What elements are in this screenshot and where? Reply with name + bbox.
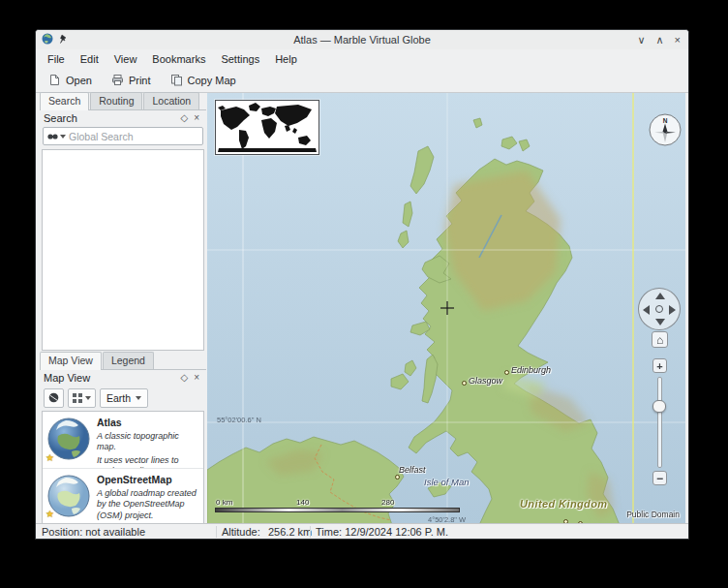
edinburgh-city-marker[interactable]: [504, 370, 509, 375]
menu-edit[interactable]: Edit: [73, 51, 106, 67]
pan-down-icon[interactable]: [655, 319, 665, 325]
zoom-slider-track[interactable]: [657, 377, 662, 468]
map-canvas[interactable]: N ⌂ + − 0 km 140 280: [207, 93, 685, 525]
grid-view-icon: [73, 389, 82, 407]
menu-settings[interactable]: Settings: [213, 51, 267, 67]
tab-map-view[interactable]: Map View: [40, 352, 102, 370]
chevron-down-icon: [136, 396, 141, 400]
map-theme-description: It uses vector lines to mark coastlines,…: [97, 455, 199, 468]
float-dock-icon[interactable]: ◇: [177, 113, 191, 123]
celestial-body-select[interactable]: Earth: [100, 388, 148, 408]
edinburgh-label: Edinburgh: [511, 365, 551, 375]
zoom-in-button[interactable]: +: [652, 358, 667, 373]
status-altitude-label: Altitude:: [222, 526, 260, 538]
titlebar[interactable]: Atlas — Marble Virtual Globe ∨ ∧ ×: [36, 30, 688, 49]
scale-end-label: 280: [381, 498, 394, 507]
united-kingdom-label: United Kingdom: [520, 498, 608, 510]
pan-center-icon[interactable]: [655, 305, 663, 313]
latitude-label: 55°02'00.6" N: [217, 416, 261, 424]
menu-help[interactable]: Help: [267, 51, 305, 67]
glasgow-label: Glasgow: [469, 376, 502, 386]
belfast-city-marker[interactable]: [395, 475, 400, 480]
menu-bookmarks[interactable]: Bookmarks: [144, 51, 213, 67]
rating-star-icon: ★: [46, 509, 54, 519]
global-search-field[interactable]: [43, 127, 203, 145]
celestial-body-value: Earth: [106, 392, 131, 404]
copy-map-button[interactable]: Copy Map: [164, 71, 243, 89]
statusbar: Position: not available Altitude: 256.2 …: [36, 523, 688, 539]
statusbar-divider: [310, 526, 311, 538]
mapview-controls: Earth: [40, 386, 206, 411]
printer-icon: [111, 74, 124, 86]
tab-location[interactable]: Location: [143, 92, 199, 109]
app-window: Atlas — Marble Virtual Globe ∨ ∧ × File …: [35, 29, 689, 540]
print-button-label: Print: [129, 75, 151, 86]
isle-of-man-label: Isle of Man: [424, 477, 469, 487]
rating-star-icon: ★: [46, 452, 54, 463]
status-time: Time: 12/9/2024 12:06 P. M.: [316, 526, 448, 538]
belfast-label: Belfast: [399, 465, 426, 475]
scale-bar-gradient: [215, 508, 460, 512]
maximize-button[interactable]: ∧: [656, 35, 664, 46]
compass-rose[interactable]: N: [649, 113, 682, 146]
statusbar-divider: [216, 526, 217, 538]
projection-button[interactable]: [44, 388, 64, 408]
map-theme-item-atlas[interactable]: ★ Atlas A classic topographic map. It us…: [43, 412, 203, 468]
map-theme-tagline: A classic topographic map.: [97, 431, 199, 453]
overview-world-map[interactable]: [215, 100, 319, 155]
sidebar-top-tabs: Search Routing Location: [40, 93, 206, 110]
search-results-list: [42, 149, 204, 351]
sidebar: Search Routing Location Search ◇ × Map V…: [40, 93, 206, 525]
view-mode-dropdown[interactable]: [68, 388, 96, 408]
menubar: File Edit View Bookmarks Settings Help: [36, 49, 688, 68]
search-provider-icon[interactable]: [47, 133, 66, 140]
pan-left-icon[interactable]: [643, 305, 650, 315]
status-altitude-value: 256.2 km: [268, 526, 312, 538]
tab-search[interactable]: Search: [40, 92, 89, 110]
glasgow-city-marker[interactable]: [462, 381, 467, 386]
marble-globe-icon: [42, 31, 53, 48]
pan-up-icon[interactable]: [655, 293, 665, 299]
print-button[interactable]: Print: [105, 71, 158, 89]
close-dock-icon[interactable]: ×: [191, 113, 202, 123]
mapview-dock-header: Map View ◇ ×: [40, 370, 206, 386]
chevron-down-icon: [85, 396, 91, 400]
open-button-label: Open: [66, 75, 92, 86]
attribution-label: Public Domain: [626, 510, 680, 519]
search-dock-header: Search ◇ ×: [40, 110, 206, 126]
close-button[interactable]: ×: [675, 35, 681, 46]
toolbar: Open Print Copy Map: [36, 68, 688, 93]
pan-navigation-pad[interactable]: [638, 288, 681, 330]
home-button[interactable]: ⌂: [652, 331, 668, 348]
open-document-icon: [48, 74, 61, 86]
pan-right-icon[interactable]: [669, 305, 676, 315]
map-theme-tagline: A global roadmap created by the OpenStre…: [97, 488, 199, 521]
pin-icon[interactable]: [58, 31, 68, 48]
close-dock-icon[interactable]: ×: [191, 373, 202, 383]
zoom-slider-handle[interactable]: [652, 400, 666, 413]
scale-bar: 0 km 140 280: [215, 498, 460, 514]
search-input[interactable]: [69, 131, 198, 142]
search-provider-chevron-icon: [60, 135, 66, 139]
scale-zero-label: 0 km: [216, 498, 232, 507]
celestial-body-icon: [48, 389, 59, 407]
zoom-out-button[interactable]: −: [652, 471, 667, 485]
tab-routing[interactable]: Routing: [90, 92, 142, 109]
tab-legend[interactable]: Legend: [103, 352, 154, 369]
scale-mid-label: 140: [296, 498, 309, 507]
menu-view[interactable]: View: [106, 51, 145, 67]
search-dock-title: Search: [44, 112, 177, 124]
menu-file[interactable]: File: [40, 51, 73, 67]
terrain-layer: [207, 93, 685, 525]
float-dock-icon[interactable]: ◇: [177, 373, 191, 383]
map-theme-list: ★ Atlas A classic topographic map. It us…: [42, 411, 204, 525]
map-theme-item-openstreetmap[interactable]: ★ OpenStreetMap A global roadmap created…: [43, 468, 203, 524]
copy-icon: [170, 74, 183, 86]
map-theme-name: Atlas: [97, 417, 199, 429]
copy-map-button-label: Copy Map: [188, 75, 236, 86]
minimize-button[interactable]: ∨: [637, 35, 645, 46]
open-button[interactable]: Open: [42, 71, 99, 89]
svg-text:N: N: [663, 117, 668, 124]
status-position: Position: not available: [42, 526, 145, 538]
sidebar-bottom-tabs: Map View Legend: [40, 353, 206, 370]
